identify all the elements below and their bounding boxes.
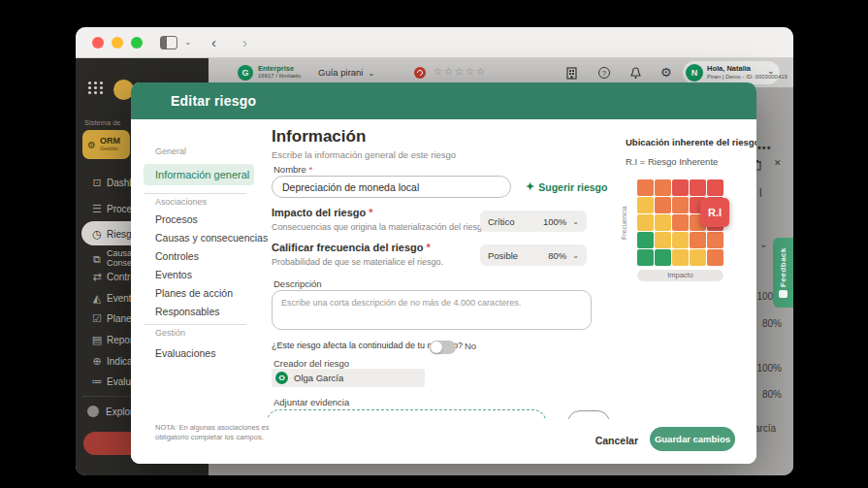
reportes-icon: ▤ — [87, 334, 107, 346]
dashboard-icon: ⊡ — [87, 177, 107, 189]
attach-label: Adjuntar evidencia — [273, 397, 349, 407]
description-textarea[interactable] — [272, 290, 592, 330]
creator-name: Olga García — [294, 373, 343, 383]
nav-item-eventos[interactable]: Eventos — [155, 269, 192, 280]
feedback-bubble-icon — [779, 290, 788, 298]
risk-cell — [672, 197, 689, 213]
risk-cell — [707, 249, 723, 266]
nav-item-responsables[interactable]: Responsables — [155, 306, 220, 317]
forward-button[interactable]: › — [242, 34, 247, 50]
risk-cell — [690, 249, 706, 266]
eventos-icon: ◭ — [87, 292, 107, 305]
back-button[interactable]: ‹ — [211, 34, 216, 50]
modal-note: NOTA: En algunas asociaciones es obligat… — [155, 423, 283, 442]
building-icon[interactable] — [565, 66, 579, 80]
overflow-menu-icon[interactable]: ••• — [757, 142, 772, 153]
sidebar-toggle-icon[interactable] — [160, 36, 177, 49]
impact-select[interactable]: Crítico 100% ⌄ — [480, 211, 587, 232]
hidden-text-fragment: l — [759, 186, 762, 200]
toggle-knob — [431, 342, 442, 353]
close-panel-icon[interactable]: ✕ — [774, 158, 782, 168]
risk-cell — [690, 232, 706, 248]
edit-risk-modal: Editar riesgo General Información genera… — [131, 82, 756, 464]
rating-gauge-icon[interactable] — [414, 67, 426, 79]
bell-icon[interactable] — [629, 66, 643, 80]
risk-cell — [672, 232, 689, 248]
cancel-button[interactable]: Cancelar — [595, 435, 638, 446]
toolbar-chevron-icon[interactable]: ⌄ — [184, 37, 192, 47]
close-window-button[interactable] — [92, 37, 104, 49]
name-label: Nombre * — [273, 164, 312, 175]
frequency-select[interactable]: Posible 80% ⌄ — [480, 244, 587, 266]
risk-cell — [707, 179, 723, 196]
nav-section-gestion: Gestión — [155, 328, 185, 338]
risk-cell — [637, 214, 654, 231]
minimize-window-button[interactable] — [112, 37, 123, 49]
org-name: Enterprise — [258, 64, 301, 73]
help-icon[interactable]: ? — [598, 67, 610, 79]
feedback-label: Feedback — [779, 247, 788, 287]
zoom-window-button[interactable] — [131, 37, 143, 49]
guide-dropdown[interactable]: Guía pirani⌄ — [318, 67, 374, 78]
impact-label: Impacto del riesgo * — [272, 207, 373, 218]
gear-icon[interactable]: ⚙ — [660, 66, 674, 80]
nav-item-informacion-general[interactable]: Información general — [144, 164, 254, 185]
nav-item-controles[interactable]: Controles — [155, 250, 199, 262]
percent-value-fragment: 80% — [762, 318, 782, 329]
nav-section-general: General — [155, 146, 186, 156]
chevron-down-icon: ⌄ — [572, 251, 579, 260]
star-icon[interactable]: ☆ — [455, 66, 466, 77]
evaluaciones-icon: ≔ — [87, 375, 107, 388]
risk-cell — [672, 249, 689, 266]
module-subtitle: Gestión — [100, 146, 120, 153]
risk-cell — [637, 179, 654, 196]
nav-item-causas-y-consecuencias[interactable]: Causas y consecuencias — [155, 232, 268, 244]
nav-item-procesos[interactable]: Procesos — [155, 213, 198, 225]
procesos-icon: ☰ — [87, 203, 107, 215]
apps-grid-icon[interactable] — [88, 81, 104, 94]
risk-cell — [655, 197, 671, 213]
feedback-tab[interactable]: Feedback — [773, 238, 793, 308]
star-icon[interactable]: ☆ — [476, 66, 487, 77]
suggest-risk-icon: ✦ — [526, 180, 534, 193]
continuity-toggle[interactable] — [430, 341, 456, 354]
nav-item-planes-de-acci-n[interactable]: Planes de acción — [155, 287, 233, 299]
risk-map-ylabel: Frecuencia — [621, 195, 627, 251]
indicadores-icon: ⊕ — [87, 355, 107, 368]
risk-cell — [655, 232, 671, 248]
suggest-risk-button[interactable]: ✦ Sugerir riesgo — [526, 180, 607, 193]
risk-cell — [655, 179, 671, 196]
creator-avatar: O — [275, 372, 288, 384]
risk-cell — [690, 179, 706, 196]
star-icon[interactable]: ☆ — [434, 66, 444, 77]
star-rating[interactable]: ☆☆☆☆☆ — [434, 66, 487, 77]
browser-window: ⌄ ‹ › Sistema de ⚙ ORM Gestión ⊡Da — [76, 27, 793, 475]
pirani-g-logo: G — [238, 65, 253, 81]
name-input[interactable] — [272, 176, 511, 198]
module-gear-icon: ⚙ — [87, 140, 96, 150]
frequency-label: Calificar frecuencia del riesgo * — [272, 242, 431, 253]
titlebar: ⌄ ‹ › — [76, 27, 793, 58]
impact-description: Consecuencias que origina la materializa… — [272, 222, 490, 232]
explore-icon — [87, 406, 99, 417]
org-plan: 16617 / Ilimitado — [258, 73, 301, 80]
risk-cell — [707, 232, 723, 248]
save-changes-button[interactable]: Guardar cambios — [650, 427, 735, 451]
org-info: Enterprise 16617 / Ilimitado — [258, 64, 301, 80]
collapse-chevron-icon[interactable]: ⌄ — [759, 239, 767, 249]
form-heading: Información — [272, 127, 366, 146]
description-label: Descripción — [273, 278, 322, 289]
user-chevron-icon[interactable]: ⌄ — [767, 66, 775, 76]
star-icon[interactable]: ☆ — [466, 66, 476, 77]
star-icon[interactable]: ☆ — [444, 66, 455, 77]
module-badge-orm[interactable]: ⚙ ORM Gestión — [82, 130, 130, 159]
riesgos-icon: ◷ — [87, 228, 107, 241]
form-subheading: Escribe la información general de este r… — [272, 149, 456, 160]
modal-title: Editar riesgo — [171, 93, 256, 109]
chevron-down-icon: ⌄ — [572, 217, 579, 226]
user-meta: Piran | Demo - ID: 0003000419 — [707, 74, 788, 81]
planes-icon: ☑ — [87, 312, 107, 325]
creator-label: Creador del riesgo — [273, 358, 349, 369]
nav-item-evaluaciones[interactable]: Evaluaciones — [155, 347, 215, 359]
user-avatar[interactable]: N — [686, 64, 703, 81]
